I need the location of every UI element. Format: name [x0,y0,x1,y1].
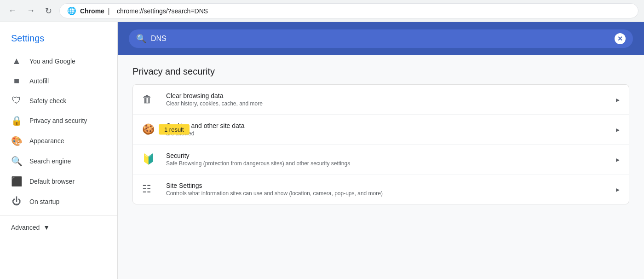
site-settings-icon: ☷ [142,183,159,195]
startup-icon: ⏻ [11,196,22,207]
reload-button[interactable]: ↻ [42,4,55,18]
security-text: Security Safe Browsing (protection from … [159,152,616,167]
arrow-icon-security: ▸ [616,155,620,164]
chevron-down-icon: ▼ [43,224,50,231]
security-title: Security [166,152,609,159]
result-tooltip: 1 result [159,124,190,135]
sidebar-label-on-startup: On startup [29,198,59,205]
url-text: chrome://settings/?search=DNS [117,7,208,15]
address-bar[interactable]: 🌐 Chrome | chrome://settings/?search=DNS [59,3,638,18]
sidebar-item-search-engine[interactable]: 🔍 Search engine [0,151,114,171]
advanced-section[interactable]: Advanced ▼ [0,219,117,236]
clear-browsing-title: Clear browsing data [166,92,609,99]
palette-icon: 🎨 [11,135,22,146]
arrow-icon-site: ▸ [616,185,620,194]
site-settings-desc: Controls what information sites can use … [166,190,609,197]
browser-bar: ← → ↻ 🌐 Chrome | chrome://settings/?sear… [0,0,644,22]
autofill-icon: ■ [11,76,22,86]
arrow-icon-cookies: ▸ [616,125,620,134]
site-settings-title: Site Settings [166,182,609,189]
settings-item-clear-browsing[interactable]: 🗑 Clear browsing data Clear history, coo… [133,85,629,115]
section-title: Privacy and security [132,66,629,77]
cookie-icon: 🍪 [142,123,159,135]
cookies-text: Cookies and other site data are allowed [159,122,616,137]
search-engine-icon: 🔍 [11,156,22,167]
sidebar: Settings ▲ You and Google ■ Autofill 🛡 S… [0,22,118,279]
browser-icon: ⬛ [11,176,22,187]
search-icon: 🔍 [136,34,146,44]
settings-title: Settings [0,29,117,51]
search-bar: 🔍 ✕ [118,22,644,55]
sidebar-label-safety-check: Safety check [29,97,66,105]
app-layout: Settings ▲ You and Google ■ Autofill 🛡 S… [0,22,644,279]
forward-button[interactable]: → [24,4,38,17]
settings-item-cookies[interactable]: 🍪 Cookies and other site data are allowe… [133,115,629,145]
back-button[interactable]: ← [6,4,19,17]
sidebar-item-on-startup[interactable]: ⏻ On startup [0,192,114,211]
sidebar-label-you-google: You and Google [29,58,75,65]
sidebar-label-appearance: Appearance [29,137,64,145]
cookies-title: Cookies and other site data [166,122,609,129]
cookies-desc: are allowed [166,130,609,137]
site-settings-text: Site Settings Controls what information … [159,182,616,197]
trash-icon: 🗑 [142,93,159,105]
main-content: 🔍 ✕ Privacy and security 🗑 Clear browsin… [118,22,644,279]
globe-icon: 🌐 [67,6,76,15]
clear-browsing-desc: Clear history, cookies, cache, and more [166,100,609,107]
sidebar-item-privacy-security[interactable]: 🔒 Privacy and security [0,110,114,131]
sidebar-label-autofill: Autofill [29,77,49,85]
settings-item-security[interactable]: 🔰 Security Safe Browsing (protection fro… [133,145,629,174]
content-area: Privacy and security 🗑 Clear browsing da… [118,55,644,215]
sidebar-item-you-google[interactable]: ▲ You and Google [0,51,114,71]
advanced-label: Advanced [11,224,40,231]
clear-browsing-text: Clear browsing data Clear history, cooki… [159,92,616,107]
sidebar-item-safety-check[interactable]: 🛡 Safety check [0,91,114,110]
sidebar-label-default-browser: Default browser [29,178,75,185]
security-desc: Safe Browsing (protection from dangerous… [166,160,609,167]
shield-check-icon: 🛡 [11,95,22,106]
sidebar-label-privacy-security: Privacy and security [29,117,87,124]
sidebar-label-search-engine: Search engine [29,157,71,165]
browser-label: Chrome | [80,7,113,15]
settings-item-site-settings[interactable]: ☷ Site Settings Controls what informatio… [133,174,629,204]
arrow-icon-clear: ▸ [616,95,620,104]
sidebar-item-default-browser[interactable]: ⬛ Default browser [0,171,114,192]
settings-card: 🗑 Clear browsing data Clear history, coo… [132,84,629,204]
search-input[interactable] [151,35,610,43]
clear-search-button[interactable]: ✕ [615,33,626,44]
person-icon: ▲ [11,56,22,66]
lock-icon: 🔒 [11,115,22,126]
security-icon: 🔰 [142,153,159,165]
sidebar-item-autofill[interactable]: ■ Autofill [0,71,114,91]
search-wrapper: 🔍 ✕ [129,29,633,48]
sidebar-divider [0,215,117,215]
sidebar-item-appearance[interactable]: 🎨 Appearance [0,131,114,151]
